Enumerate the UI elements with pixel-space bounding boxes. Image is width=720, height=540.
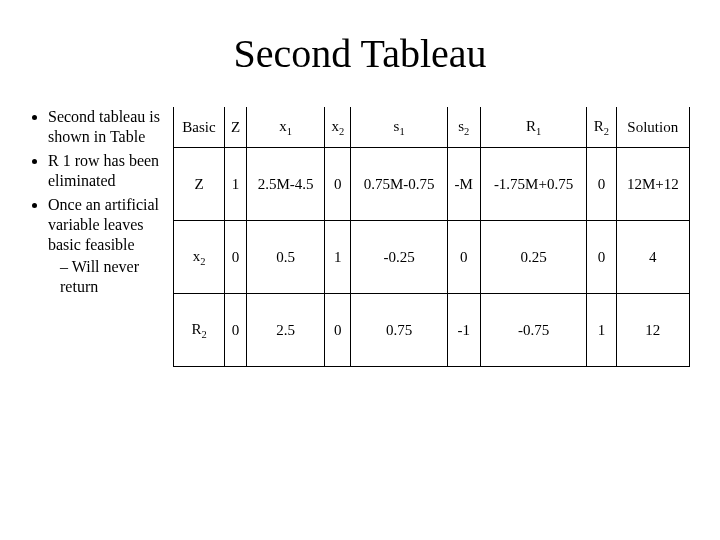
col-s2: s2 <box>447 107 480 148</box>
cell: 0 <box>587 148 616 221</box>
cell: 1 <box>225 148 247 221</box>
slide: Second Tableau Second tableau is shown i… <box>0 0 720 540</box>
col-z: Z <box>225 107 247 148</box>
col-r1: R1 <box>480 107 587 148</box>
cell: -0.25 <box>351 221 447 294</box>
cell: 0 <box>225 221 247 294</box>
cell: 0 <box>447 221 480 294</box>
table-header-row: Basic Z x1 x2 s1 s2 R1 R2 Solution <box>174 107 690 148</box>
cell: -1 <box>447 294 480 367</box>
col-s1: s1 <box>351 107 447 148</box>
cell: 0.5 <box>246 221 324 294</box>
slide-body: Second tableau is shown in Table R 1 row… <box>30 107 690 367</box>
table-container: Basic Z x1 x2 s1 s2 R1 R2 Solution Z 1 <box>173 107 690 367</box>
cell: 2.5 <box>246 294 324 367</box>
cell: -1.75M+0.75 <box>480 148 587 221</box>
table-row: R2 0 2.5 0 0.75 -1 -0.75 1 12 <box>174 294 690 367</box>
page-title: Second Tableau <box>30 30 690 77</box>
cell: -M <box>447 148 480 221</box>
bullet-text: Once an artificial variable leaves basic… <box>48 196 159 253</box>
bullet-item: R 1 row has been eliminated <box>48 151 165 191</box>
cell: 1 <box>325 221 351 294</box>
cell: 4 <box>616 221 689 294</box>
cell: 0.75 <box>351 294 447 367</box>
col-solution: Solution <box>616 107 689 148</box>
cell: x2 <box>174 221 225 294</box>
cell: 12 <box>616 294 689 367</box>
cell: 0 <box>225 294 247 367</box>
cell: 0 <box>325 148 351 221</box>
cell: R2 <box>174 294 225 367</box>
col-r2: R2 <box>587 107 616 148</box>
cell: Z <box>174 148 225 221</box>
table-row: Z 1 2.5M-4.5 0 0.75M-0.75 -M -1.75M+0.75… <box>174 148 690 221</box>
cell: 0.25 <box>480 221 587 294</box>
cell: 0.75M-0.75 <box>351 148 447 221</box>
col-basic: Basic <box>174 107 225 148</box>
col-x2: x2 <box>325 107 351 148</box>
bullet-item: Second tableau is shown in Table <box>48 107 165 147</box>
table-row: x2 0 0.5 1 -0.25 0 0.25 0 4 <box>174 221 690 294</box>
cell: 2.5M-4.5 <box>246 148 324 221</box>
cell: 0 <box>587 221 616 294</box>
cell: -0.75 <box>480 294 587 367</box>
cell: 1 <box>587 294 616 367</box>
cell: 12M+12 <box>616 148 689 221</box>
col-x1: x1 <box>246 107 324 148</box>
cell: 0 <box>325 294 351 367</box>
bullet-list: Second tableau is shown in Table R 1 row… <box>30 107 173 301</box>
sub-bullet-item: Will never return <box>60 257 165 297</box>
bullet-item: Once an artificial variable leaves basic… <box>48 195 165 297</box>
tableau-table: Basic Z x1 x2 s1 s2 R1 R2 Solution Z 1 <box>173 107 690 367</box>
